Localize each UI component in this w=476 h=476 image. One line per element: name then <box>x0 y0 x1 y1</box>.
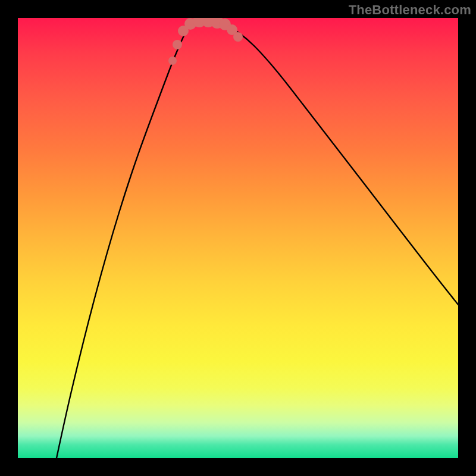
trough-marker <box>173 40 182 49</box>
bottleneck-curve <box>57 21 458 458</box>
trough-marker <box>233 32 243 42</box>
watermark-text: TheBottleneck.com <box>349 2 471 18</box>
chart-frame <box>18 18 458 458</box>
chart-svg <box>18 18 458 458</box>
trough-marker <box>168 57 177 65</box>
trough-markers <box>168 18 243 65</box>
